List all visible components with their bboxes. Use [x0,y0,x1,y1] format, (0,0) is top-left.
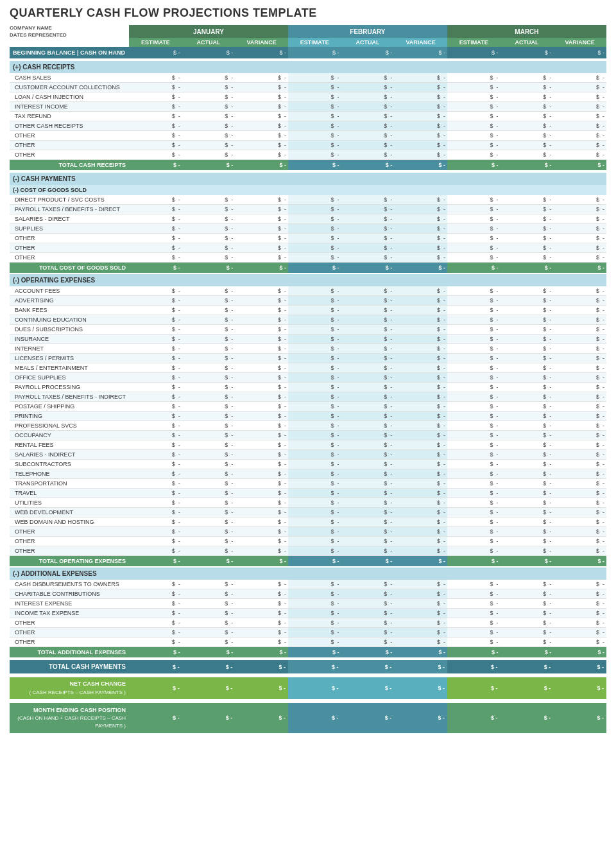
mep-feb-act[interactable]: $ - [341,703,395,734]
value-cell[interactable]: $ - [501,315,554,325]
value-cell[interactable]: $ - [394,537,447,546]
value-cell[interactable]: $ - [341,479,395,489]
value-cell[interactable]: $ - [501,628,554,638]
tad-feb-act[interactable]: $ - [341,647,395,657]
value-cell[interactable]: $ - [501,205,554,214]
value-cell[interactable]: $ - [501,253,554,263]
value-cell[interactable]: $ - [235,546,288,556]
value-cell[interactable]: $ - [447,92,501,102]
value-cell[interactable]: $ - [447,609,501,618]
value-cell[interactable]: $ - [553,131,606,141]
value-cell[interactable]: $ - [288,469,341,479]
value-cell[interactable]: $ - [182,102,235,112]
value-cell[interactable]: $ - [235,508,288,517]
top-feb-est[interactable]: $ - [288,556,341,566]
value-cell[interactable]: $ - [235,589,288,599]
value-cell[interactable]: $ - [341,234,395,243]
value-cell[interactable]: $ - [129,296,182,306]
value-cell[interactable]: $ - [129,286,182,296]
value-cell[interactable]: $ - [288,205,341,214]
value-cell[interactable]: $ - [394,373,447,383]
value-cell[interactable]: $ - [129,580,182,589]
value-cell[interactable]: $ - [341,296,395,306]
value-cell[interactable]: $ - [341,73,395,83]
value-cell[interactable]: $ - [182,363,235,373]
value-cell[interactable]: $ - [394,431,447,440]
value-cell[interactable]: $ - [447,354,501,363]
value-cell[interactable]: $ - [553,402,606,412]
value-cell[interactable]: $ - [235,195,288,205]
value-cell[interactable]: $ - [447,508,501,517]
value-cell[interactable]: $ - [235,469,288,479]
tad-feb-var[interactable]: $ - [394,647,447,657]
value-cell[interactable]: $ - [182,609,235,618]
value-cell[interactable]: $ - [129,392,182,402]
value-cell[interactable]: $ - [553,354,606,363]
value-cell[interactable]: $ - [501,412,554,421]
value-cell[interactable]: $ - [182,195,235,205]
value-cell[interactable]: $ - [394,306,447,315]
value-cell[interactable]: $ - [501,102,554,112]
value-cell[interactable]: $ - [288,112,341,121]
value-cell[interactable]: $ - [341,489,395,498]
value-cell[interactable]: $ - [129,546,182,556]
value-cell[interactable]: $ - [553,373,606,383]
mep-feb-var[interactable]: $ - [394,703,447,734]
tad-jan-est[interactable]: $ - [129,647,182,657]
value-cell[interactable]: $ - [288,224,341,234]
top-feb-var[interactable]: $ - [394,556,447,566]
value-cell[interactable]: $ - [129,243,182,253]
value-cell[interactable]: $ - [182,121,235,131]
value-cell[interactable]: $ - [394,234,447,243]
tcp-feb-est[interactable]: $ - [288,660,341,673]
tcogs-jan-var[interactable]: $ - [235,263,288,273]
value-cell[interactable]: $ - [447,315,501,325]
value-cell[interactable]: $ - [182,489,235,498]
value-cell[interactable]: $ - [341,243,395,253]
value-cell[interactable]: $ - [447,112,501,121]
value-cell[interactable]: $ - [553,214,606,224]
value-cell[interactable]: $ - [501,421,554,431]
value-cell[interactable]: $ - [447,150,501,160]
value-cell[interactable]: $ - [553,141,606,150]
value-cell[interactable]: $ - [341,440,395,450]
value-cell[interactable]: $ - [341,141,395,150]
value-cell[interactable]: $ - [129,489,182,498]
value-cell[interactable]: $ - [288,402,341,412]
value-cell[interactable]: $ - [341,131,395,141]
value-cell[interactable]: $ - [235,537,288,546]
bb-feb-act[interactable]: $ - [341,47,395,58]
value-cell[interactable]: $ - [288,618,341,628]
value-cell[interactable]: $ - [235,102,288,112]
value-cell[interactable]: $ - [394,286,447,296]
value-cell[interactable]: $ - [129,334,182,344]
value-cell[interactable]: $ - [553,609,606,618]
tcogs-mar-act[interactable]: $ - [501,263,554,273]
value-cell[interactable]: $ - [447,286,501,296]
value-cell[interactable]: $ - [235,431,288,440]
value-cell[interactable]: $ - [288,580,341,589]
value-cell[interactable]: $ - [129,460,182,469]
top-jan-est[interactable]: $ - [129,556,182,566]
value-cell[interactable]: $ - [288,195,341,205]
ncc-mar-var[interactable]: $ - [553,677,606,699]
value-cell[interactable]: $ - [288,599,341,609]
value-cell[interactable]: $ - [288,609,341,618]
value-cell[interactable]: $ - [553,618,606,628]
value-cell[interactable]: $ - [394,402,447,412]
value-cell[interactable]: $ - [501,373,554,383]
tcr-jan-var[interactable]: $ - [235,160,288,170]
value-cell[interactable]: $ - [394,102,447,112]
value-cell[interactable]: $ - [501,195,554,205]
value-cell[interactable]: $ - [501,363,554,373]
value-cell[interactable]: $ - [341,618,395,628]
value-cell[interactable]: $ - [394,450,447,460]
value-cell[interactable]: $ - [235,286,288,296]
value-cell[interactable]: $ - [182,205,235,214]
value-cell[interactable]: $ - [394,354,447,363]
tcogs-mar-var[interactable]: $ - [553,263,606,273]
value-cell[interactable]: $ - [182,73,235,83]
value-cell[interactable]: $ - [129,412,182,421]
value-cell[interactable]: $ - [447,450,501,460]
value-cell[interactable]: $ - [182,141,235,150]
